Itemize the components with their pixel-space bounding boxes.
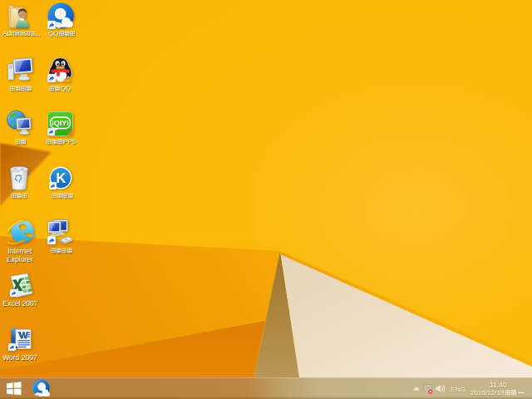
svg-text:Internet: Internet xyxy=(8,248,32,255)
svg-text:Excel 2007: Excel 2007 xyxy=(3,300,38,308)
svg-text:PPS: PPS xyxy=(63,138,76,145)
svg-text:QQ: QQ xyxy=(61,85,71,92)
svg-text:iQIYI: iQIYI xyxy=(52,119,69,127)
svg-text:Word 2007: Word 2007 xyxy=(2,354,37,362)
svg-text:Administra...: Administra... xyxy=(2,30,41,37)
svg-text:K: K xyxy=(57,170,66,185)
svg-text:Explorer: Explorer xyxy=(7,256,33,264)
svg-text:QQ: QQ xyxy=(48,30,58,37)
